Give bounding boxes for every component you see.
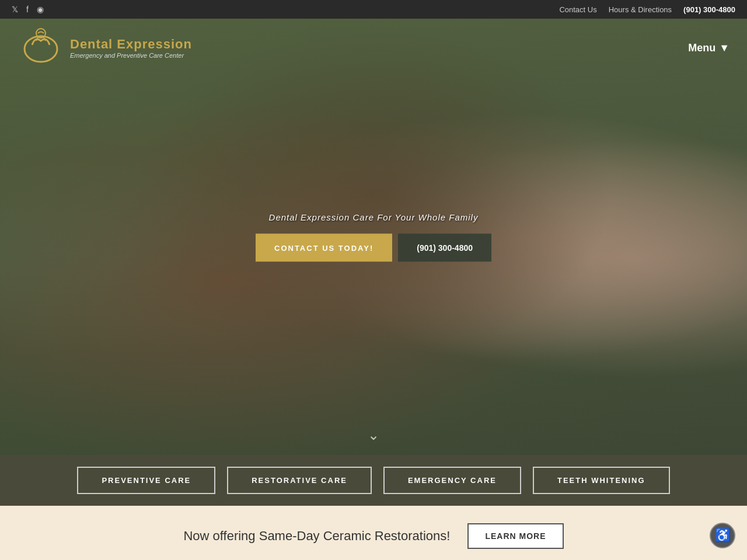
hero-buttons: CONTACT US TODAY! (901) 300-4800 [256, 234, 491, 262]
contact-today-button[interactable]: CONTACT US TODAY! [256, 234, 392, 262]
scroll-down-arrow[interactable]: ⌄ [368, 427, 379, 443]
emergency-care-button[interactable]: EMERGENCY CARE [383, 467, 521, 494]
logo-text: Dental Expression Emergency and Preventi… [70, 37, 192, 59]
instagram-icon[interactable]: ◉ [37, 5, 44, 14]
social-links: 𝕏 f ◉ [12, 5, 44, 14]
hero-tagline: Dental Expression Care For Your Whole Fa… [256, 212, 491, 222]
teeth-whitening-button[interactable]: TEETH WHITENING [533, 467, 670, 494]
logo-icon [18, 24, 64, 71]
menu-button[interactable]: Menu ▼ [688, 42, 729, 54]
main-nav: Dental Expression Emergency and Preventi… [0, 19, 747, 77]
hero-section: Dental Expression Emergency and Preventi… [0, 19, 747, 455]
hero-content: Dental Expression Care For Your Whole Fa… [256, 212, 491, 262]
top-phone-number: (901) 300-4800 [683, 5, 735, 14]
contact-us-link[interactable]: Contact Us [559, 5, 596, 14]
twitter-icon[interactable]: 𝕏 [12, 5, 18, 14]
menu-chevron-icon: ▼ [719, 42, 729, 54]
accessibility-icon: ♿ [715, 528, 731, 543]
top-nav-links: Contact Us Hours & Directions (901) 300-… [559, 5, 735, 14]
learn-more-button[interactable]: LEARN MORE [467, 523, 563, 549]
menu-label: Menu [688, 42, 715, 54]
preventive-care-button[interactable]: PREVENTIVE CARE [77, 467, 215, 494]
logo-area: Dental Expression Emergency and Preventi… [18, 24, 192, 71]
accessibility-button[interactable]: ♿ [710, 523, 735, 548]
top-bar: 𝕏 f ◉ Contact Us Hours & Directions (901… [0, 0, 747, 19]
restorative-care-button[interactable]: RESTORATIVE CARE [227, 467, 372, 494]
promo-section: Now offering Same-Day Ceramic Restoratio… [0, 506, 747, 560]
brand-name: Dental Expression [70, 37, 192, 52]
promo-text: Now offering Same-Day Ceramic Restoratio… [183, 528, 450, 544]
hours-directions-link[interactable]: Hours & Directions [609, 5, 672, 14]
services-bar: PREVENTIVE CARE RESTORATIVE CARE EMERGEN… [0, 455, 747, 506]
facebook-icon[interactable]: f [26, 5, 29, 14]
phone-button[interactable]: (901) 300-4800 [398, 234, 491, 262]
brand-tagline: Emergency and Preventive Care Center [70, 52, 192, 59]
